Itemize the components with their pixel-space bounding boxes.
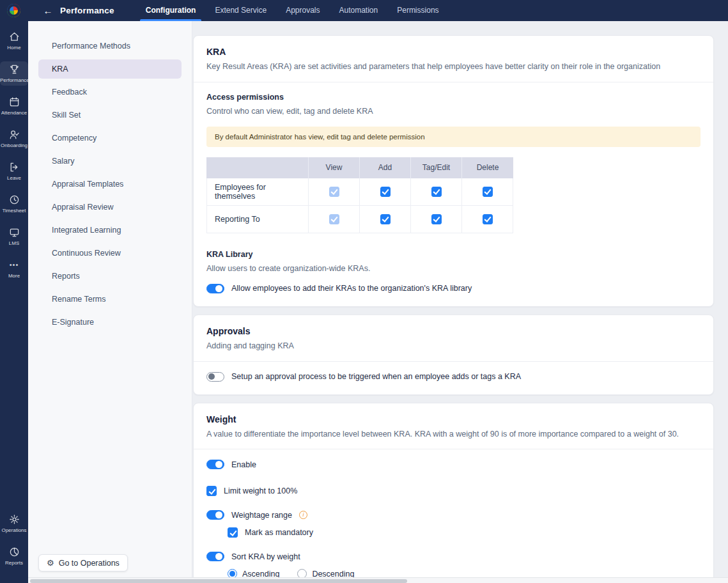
calendar-icon [9, 97, 20, 107]
back-arrow-icon: ← [43, 5, 53, 16]
rail-item-timesheet[interactable]: Timesheet [0, 192, 28, 216]
approvals-toggle[interactable] [206, 372, 224, 382]
access-permissions-title: Access permissions [206, 93, 701, 102]
table-header-delete: Delete [462, 157, 513, 178]
rail-item-more[interactable]: ••• More [0, 257, 28, 281]
table-cell [309, 178, 360, 206]
top-navigation-bar: ← Performance Configuration Extend Servi… [0, 0, 728, 21]
reporting-view-checkbox[interactable] [329, 214, 339, 224]
weightage-range-toggle[interactable] [206, 510, 224, 520]
reporting-tag-edit-checkbox[interactable] [431, 214, 442, 224]
kra-card-title: KRA [206, 47, 701, 57]
table-header-tag-edit: Tag/Edit [411, 157, 462, 178]
rail-item-home[interactable]: Home [0, 29, 28, 53]
sidebar-item-reports[interactable]: Reports [38, 267, 182, 286]
rail-item-lms[interactable]: LMS [0, 224, 28, 249]
sidebar-item-e-signature[interactable]: E-Signature [38, 313, 182, 332]
divider [194, 449, 713, 449]
tab-automation[interactable]: Automation [330, 0, 388, 21]
divider [194, 82, 713, 82]
kra-library-toggle-label: Allow employees to add their KRAs to the… [231, 284, 472, 293]
rail-item-onboarding[interactable]: Onboarding [0, 127, 28, 151]
sidebar-item-appraisal-review[interactable]: Appraisal Review [38, 198, 182, 217]
employees-delete-checkbox[interactable] [483, 187, 493, 197]
weightage-range-row: Weightage range i [206, 510, 701, 520]
access-permissions-description: Control who can view, edit, tag and dele… [206, 106, 701, 117]
sidebar-item-competency[interactable]: Competency [38, 128, 182, 148]
kra-library-description: Allow users to create organization-wide … [206, 263, 701, 274]
kra-library-title: KRA Library [206, 250, 701, 259]
tab-configuration[interactable]: Configuration [136, 0, 206, 21]
trophy-icon [9, 64, 20, 75]
reporting-delete-checkbox[interactable] [483, 214, 493, 224]
toggle-knob [215, 461, 222, 468]
sidebar-item-continuous-review[interactable]: Continuous Review [38, 244, 182, 263]
employees-tag-edit-checkbox[interactable] [431, 187, 442, 197]
sidebar-item-skill-set[interactable]: Skill Set [38, 105, 182, 125]
pie-clock-icon [9, 547, 20, 557]
horizontal-scrollbar-thumb[interactable] [30, 579, 407, 583]
sidebar-item-appraisal-templates[interactable]: Appraisal Templates [38, 175, 182, 194]
sort-kra-label: Sort KRA by weight [231, 552, 300, 561]
employees-view-checkbox[interactable] [329, 187, 339, 197]
sidebar-item-integrated-learning[interactable]: Integrated Learning [38, 221, 182, 240]
reporting-add-checkbox[interactable] [380, 214, 391, 224]
kra-card: KRA Key Result Areas (KRA) are set activ… [193, 35, 714, 307]
limit-weight-row: Limit weight to 100% [206, 486, 701, 496]
table-cell [360, 178, 411, 206]
settings-sidebar: Performance Methods KRA Feedback Skill S… [28, 21, 192, 583]
app-window: ← Performance Configuration Extend Servi… [0, 0, 728, 583]
permissions-table: View Add Tag/Edit Delete Employees for t… [206, 157, 514, 233]
approvals-toggle-label: Setup an approval process to be triggere… [231, 372, 521, 381]
toggle-knob [215, 553, 222, 560]
rail-item-attendance[interactable]: Attendance [0, 94, 28, 118]
sidebar-item-performance-methods[interactable]: Performance Methods [38, 36, 182, 56]
enable-toggle-row: Enable [206, 460, 701, 469]
weight-card-title: Weight [206, 414, 701, 424]
sidebar-item-salary[interactable]: Salary [38, 152, 182, 171]
approvals-toggle-row: Setup an approval process to be triggere… [206, 372, 701, 382]
sidebar-item-kra[interactable]: KRA [38, 59, 182, 79]
approvals-card-description: Adding and tagging KRA [206, 341, 701, 352]
kra-library-toggle[interactable] [206, 284, 224, 293]
sidebar-item-rename-terms[interactable]: Rename Terms [38, 290, 182, 309]
module-title: Performance [60, 6, 114, 15]
tab-extend-service[interactable]: Extend Service [205, 0, 276, 21]
go-to-operations-button[interactable]: ⚙ Go to Operations [38, 554, 128, 571]
approvals-card: Approvals Adding and tagging KRA Setup a… [193, 315, 714, 395]
sidebar-item-feedback[interactable]: Feedback [38, 82, 182, 102]
table-cell [411, 178, 462, 206]
user-check-icon [9, 129, 20, 140]
rail-item-performance[interactable]: Performance [0, 61, 28, 86]
rail-item-operations[interactable]: Operations [0, 511, 28, 536]
weight-card: Weight A value to differentiate the impo… [193, 403, 714, 583]
tab-permissions[interactable]: Permissions [387, 0, 448, 21]
tab-approvals[interactable]: Approvals [276, 0, 329, 21]
mark-mandatory-checkbox[interactable] [228, 527, 238, 538]
rail-item-reports[interactable]: Reports [0, 544, 28, 568]
mark-mandatory-row: Mark as mandatory [228, 527, 701, 538]
main-content: KRA Key Result Areas (KRA) are set activ… [192, 21, 728, 583]
home-icon [9, 31, 20, 42]
weight-enable-toggle[interactable] [206, 460, 224, 469]
sort-kra-toggle[interactable] [206, 552, 224, 561]
sort-kra-row: Sort KRA by weight [206, 552, 701, 561]
limit-weight-checkbox[interactable] [206, 486, 217, 496]
module-icon-rail: Home Performance Attendance Onboarding L… [0, 21, 28, 583]
employees-add-checkbox[interactable] [380, 187, 391, 197]
toggle-knob [215, 285, 222, 292]
go-to-operations-label: Go to Operations [59, 559, 120, 568]
row-label-reporting-to: Reporting To [206, 206, 309, 233]
table-cell [360, 206, 411, 233]
back-button[interactable]: ← [41, 4, 55, 18]
horizontal-scrollbar[interactable] [28, 577, 728, 583]
rail-item-leave[interactable]: Leave [0, 159, 28, 183]
row-label-employees-for-themselves: Employees for themselves [206, 178, 309, 206]
zoho-people-logo-icon[interactable] [7, 4, 20, 17]
info-icon[interactable]: i [299, 511, 307, 519]
admin-permission-banner: By default Administrator has view, edit … [206, 127, 701, 147]
table-cell [309, 206, 360, 233]
weight-card-description: A value to differentiate the importance … [206, 429, 701, 440]
table-cell [462, 206, 513, 233]
toggle-knob [215, 511, 222, 518]
